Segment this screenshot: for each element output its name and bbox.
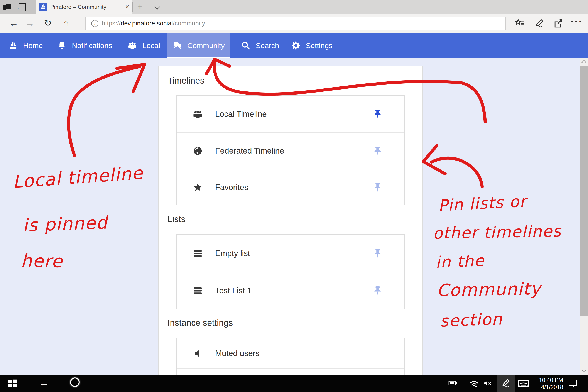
refresh-button[interactable]: ↻ xyxy=(44,18,52,28)
annotation-left-line-3: here xyxy=(21,250,63,271)
pin-icon[interactable] xyxy=(372,182,383,192)
section-heading-instance-settings: Instance settings xyxy=(168,318,233,328)
taskbar-clock[interactable]: 10:40 PM 4/1/2018 xyxy=(532,376,563,390)
scrollbar-thumb[interactable] xyxy=(580,66,588,316)
clock-time: 10:40 PM xyxy=(532,376,563,384)
annotation-right-line-4: Community xyxy=(437,279,541,300)
web-note-pen-icon[interactable] xyxy=(534,18,544,28)
search-icon xyxy=(241,41,250,50)
nav-item-settings[interactable]: Settings xyxy=(291,33,332,58)
browser-tab[interactable]: Pinafore – Community × xyxy=(36,0,132,14)
list-item-muted-users[interactable]: Muted users xyxy=(177,338,404,368)
forward-button[interactable]: → xyxy=(25,18,34,28)
site-info-icon[interactable]: i xyxy=(91,20,98,27)
list-icon xyxy=(192,248,203,259)
annotation-left-line-2: is pinned xyxy=(22,212,108,236)
windows-ink-cell[interactable] xyxy=(497,374,514,392)
url-path: /community xyxy=(173,20,205,27)
windows-taskbar: ← 10:40 PM 4/1/2018 xyxy=(0,374,588,392)
back-button[interactable]: ← xyxy=(9,18,18,28)
people-icon xyxy=(192,109,203,119)
url-text: https://dev.pinafore.social/community xyxy=(102,20,205,27)
url-host: dev.pinafore.social xyxy=(121,20,173,27)
globe-icon xyxy=(192,146,203,156)
windows-ink-pen-icon xyxy=(501,378,511,388)
pin-icon[interactable] xyxy=(372,248,383,258)
url-scheme: https:// xyxy=(102,20,121,27)
pin-icon[interactable] xyxy=(372,109,383,119)
list-item-test-list-1[interactable]: Test List 1 xyxy=(177,272,404,309)
list-item-favorites[interactable]: Favorites xyxy=(177,170,404,205)
muted-speaker-icon xyxy=(192,348,203,359)
community-card: Timelines Local Timeline Federated Timel… xyxy=(158,66,423,375)
scroll-up-icon[interactable] xyxy=(581,60,586,65)
list-item-empty-list[interactable]: Empty list xyxy=(177,235,404,272)
touch-keyboard-icon[interactable] xyxy=(518,378,529,388)
sailboat-icon xyxy=(8,41,18,50)
wifi-icon[interactable] xyxy=(469,378,479,388)
tab-title: Pinafore – Community xyxy=(50,4,116,10)
nav-item-notifications[interactable]: Notifications xyxy=(57,33,112,58)
instance-settings-list: Muted users xyxy=(176,338,405,375)
annotation-right-line-5: section xyxy=(440,310,503,330)
clock-date: 4/1/2018 xyxy=(532,384,563,390)
lists-list: Empty list Test List 1 xyxy=(176,234,405,310)
tab-divider xyxy=(132,2,133,12)
set-tabs-aside-icon[interactable]: ← xyxy=(17,3,26,10)
nav-item-home[interactable]: Home xyxy=(8,33,43,58)
tab-preview-chevron-icon[interactable] xyxy=(154,4,160,10)
list-item-local-timeline[interactable]: Local Timeline xyxy=(177,96,404,132)
share-icon[interactable] xyxy=(553,18,563,28)
bell-icon xyxy=(57,41,67,50)
start-button-icon[interactable] xyxy=(8,378,18,388)
browser-tab-bar: ← Pinafore – Community × + xyxy=(0,0,588,14)
nav-item-community-active[interactable]: Community xyxy=(167,33,230,58)
favorites-hub-icon[interactable] xyxy=(514,18,524,28)
list-icon xyxy=(192,286,203,296)
pinafore-nav-bar: Home Notifications Local Community Searc… xyxy=(0,33,588,58)
action-center-icon[interactable] xyxy=(568,378,578,388)
list-item-federated-timeline[interactable]: Federated Timeline xyxy=(177,133,404,169)
tabs-set-aside-list-icon[interactable] xyxy=(4,3,11,11)
nav-item-local[interactable]: Local xyxy=(128,33,160,58)
annotation-right-line-3: in the xyxy=(435,251,485,271)
home-button[interactable]: ⌂ xyxy=(63,18,68,28)
people-icon xyxy=(128,41,137,50)
gear-icon xyxy=(291,41,300,50)
browser-address-bar: ← → ↻ ⌂ i https://dev.pinafore.social/co… xyxy=(0,14,588,34)
url-input[interactable]: i https://dev.pinafore.social/community xyxy=(85,17,506,30)
more-options-icon[interactable]: ••• xyxy=(571,18,583,25)
chat-bubbles-icon xyxy=(172,41,182,50)
timelines-list: Local Timeline Federated Timeline Favori… xyxy=(176,96,405,205)
section-heading-lists: Lists xyxy=(168,214,185,224)
nav-item-search[interactable]: Search xyxy=(241,33,279,58)
screen: ← Pinafore – Community × + ← → ↻ ⌂ i htt… xyxy=(0,0,588,392)
list-item-partial[interactable] xyxy=(177,369,404,375)
scroll-down-icon[interactable] xyxy=(581,368,586,372)
page-scrollbar[interactable] xyxy=(580,58,588,374)
section-heading-timelines: Timelines xyxy=(168,76,204,86)
taskbar-back-icon[interactable]: ← xyxy=(39,377,49,388)
pin-icon[interactable] xyxy=(372,286,383,296)
new-tab-button[interactable]: + xyxy=(137,1,143,12)
annotation-right-line-2: other timelines xyxy=(433,222,562,242)
pinafore-favicon xyxy=(39,3,47,11)
star-icon xyxy=(192,182,203,193)
tab-close-icon[interactable]: × xyxy=(125,2,129,11)
pin-icon[interactable] xyxy=(372,146,383,156)
cortana-icon[interactable] xyxy=(70,378,80,387)
battery-icon[interactable] xyxy=(448,378,458,388)
muted-volume-icon[interactable] xyxy=(482,378,492,388)
